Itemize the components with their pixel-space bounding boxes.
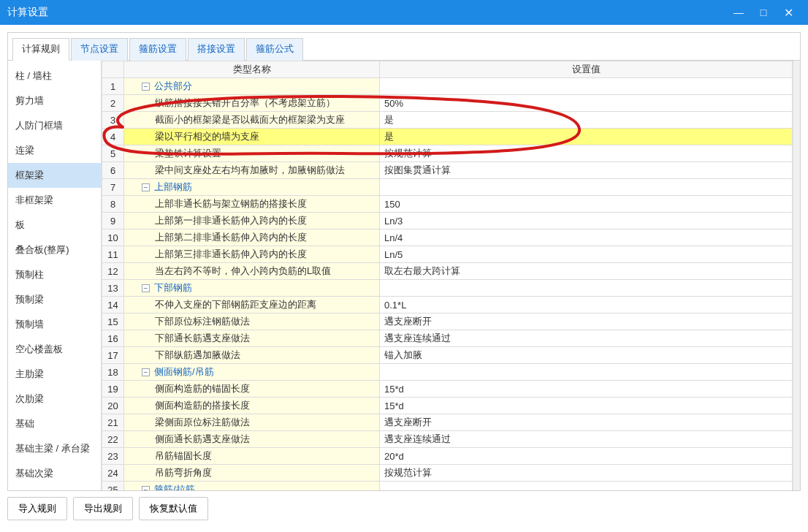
table-row[interactable]: 10上部第二排非通长筋伸入跨内的长度Ln/4 bbox=[102, 229, 793, 246]
table-row[interactable]: 7−上部钢筋 bbox=[102, 179, 793, 196]
row-value[interactable]: 15*d bbox=[380, 398, 793, 414]
collapse-toggle-icon[interactable]: − bbox=[142, 284, 150, 292]
row-value[interactable]: Ln/5 bbox=[380, 246, 793, 263]
sidebar-item-hollow-slab[interactable]: 空心楼盖板 bbox=[8, 337, 101, 362]
table-row[interactable]: 25−箍筋/拉筋 bbox=[102, 482, 793, 491]
sidebar-item-masonry[interactable]: 砌体结构 bbox=[8, 486, 101, 490]
maximize-button[interactable]: □ bbox=[751, 7, 776, 18]
collapse-toggle-icon[interactable]: − bbox=[142, 486, 150, 490]
tab-stirrup-formula[interactable]: 箍筋公式 bbox=[246, 38, 303, 61]
row-value[interactable]: 是 bbox=[380, 129, 793, 145]
table-row[interactable]: 12当左右跨不等时，伸入小跨内负筋的L取值取左右最大跨计算 bbox=[102, 263, 793, 280]
minimize-button[interactable]: — bbox=[726, 7, 751, 18]
table-row[interactable]: 9上部第一排非通长筋伸入跨内的长度Ln/3 bbox=[102, 213, 793, 229]
table-row[interactable]: 8上部非通长筋与架立钢筋的搭接长度150 bbox=[102, 196, 793, 213]
row-number: 25 bbox=[102, 482, 124, 491]
row-number: 9 bbox=[102, 213, 124, 229]
close-button[interactable]: ✕ bbox=[776, 6, 801, 20]
group-label: 下部钢筋 bbox=[154, 282, 192, 293]
sidebar-item-composite-slab[interactable]: 叠合板(整厚) bbox=[8, 238, 101, 262]
sidebar-item-shearwall[interactable]: 剪力墙 bbox=[8, 88, 101, 113]
row-type-name: −上部钢筋 bbox=[124, 179, 380, 196]
sidebar-item-nonframe-beam[interactable]: 非框架梁 bbox=[8, 188, 101, 213]
sidebar-item-precast-beam[interactable]: 预制梁 bbox=[8, 287, 101, 312]
tab-calc-rules[interactable]: 计算规则 bbox=[12, 38, 69, 61]
tab-node-set[interactable]: 节点设置 bbox=[71, 38, 128, 61]
export-rules-button[interactable]: 导出规则 bbox=[73, 497, 133, 520]
sidebar-item-column-wallcolumn[interactable]: 柱 / 墙柱 bbox=[8, 64, 101, 88]
sidebar-item-precast-column[interactable]: 预制柱 bbox=[8, 262, 101, 287]
row-number: 7 bbox=[102, 179, 124, 196]
rule-label: 吊筋锚固长度 bbox=[129, 449, 212, 463]
row-value[interactable]: Ln/4 bbox=[380, 229, 793, 246]
collapse-toggle-icon[interactable]: − bbox=[142, 183, 150, 191]
sidebar-item-coupling-beam[interactable]: 连梁 bbox=[8, 138, 101, 163]
table-row[interactable]: 13−下部钢筋 bbox=[102, 280, 793, 297]
table-row[interactable]: 18−侧面钢筋/吊筋 bbox=[102, 364, 793, 381]
sidebar-item-foundation-secondary-beam[interactable]: 基础次梁 bbox=[8, 461, 101, 486]
table-row[interactable]: 1−公共部分 bbox=[102, 78, 793, 95]
row-value[interactable]: 15*d bbox=[380, 381, 793, 398]
sidebar-item-main-rib-beam[interactable]: 主肋梁 bbox=[8, 362, 101, 387]
rule-label: 纵筋搭接接头错开百分率（不考虑架立筋） bbox=[129, 96, 335, 110]
row-value[interactable]: 锚入加腋 bbox=[380, 347, 793, 364]
table-row[interactable]: 19侧面构造筋的锚固长度15*d bbox=[102, 381, 793, 398]
import-rules-button[interactable]: 导入规则 bbox=[7, 497, 67, 520]
row-value[interactable]: 遇支座断开 bbox=[380, 314, 793, 330]
table-row[interactable]: 11上部第三排非通长筋伸入跨内的长度Ln/5 bbox=[102, 246, 793, 263]
row-value[interactable]: 按图集贯通计算 bbox=[380, 162, 793, 179]
row-value[interactable]: 取左右最大跨计算 bbox=[380, 263, 793, 280]
collapse-toggle-icon[interactable]: − bbox=[142, 368, 150, 376]
row-value[interactable]: 按规范计算 bbox=[380, 465, 793, 482]
rule-label: 截面小的框架梁是否以截面大的框架梁为支座 bbox=[129, 113, 345, 126]
row-number: 16 bbox=[102, 330, 124, 347]
sidebar-item-foundation-main-beam[interactable]: 基础主梁 / 承台梁 bbox=[8, 436, 101, 461]
grid-header-value: 设置值 bbox=[380, 61, 793, 78]
row-value[interactable]: 50% bbox=[380, 95, 793, 112]
rule-label: 吊筋弯折角度 bbox=[129, 466, 212, 479]
row-value[interactable]: 遇支座连续通过 bbox=[380, 431, 793, 448]
tab-stirrup-set[interactable]: 箍筋设置 bbox=[129, 38, 186, 61]
row-value bbox=[380, 364, 793, 381]
tab-lap-set[interactable]: 搭接设置 bbox=[188, 38, 245, 61]
sidebar-item-slab[interactable]: 板 bbox=[8, 213, 101, 238]
table-row[interactable]: 22侧面通长筋遇支座做法遇支座连续通过 bbox=[102, 431, 793, 448]
table-row[interactable]: 21梁侧面原位标注筋做法遇支座断开 bbox=[102, 414, 793, 431]
table-row[interactable]: 17下部纵筋遇加腋做法锚入加腋 bbox=[102, 347, 793, 364]
sidebar-item-civil-defense-wall[interactable]: 人防门框墙 bbox=[8, 113, 101, 138]
row-value[interactable]: 按规范计算 bbox=[380, 145, 793, 162]
table-row[interactable]: 16下部通长筋遇支座做法遇支座连续通过 bbox=[102, 330, 793, 347]
row-type-name: 侧面构造筋的搭接长度 bbox=[124, 398, 380, 414]
collapse-toggle-icon[interactable]: − bbox=[142, 83, 150, 91]
table-row[interactable]: 6梁中间支座处左右均有加腋时，加腋钢筋做法按图集贯通计算 bbox=[102, 162, 793, 179]
table-row[interactable]: 4梁以平行相交的墙为支座是 bbox=[102, 129, 793, 145]
row-type-name: 上部非通长筋与架立钢筋的搭接长度 bbox=[124, 196, 380, 213]
group-label: 上部钢筋 bbox=[154, 181, 192, 192]
sidebar-item-precast-wall[interactable]: 预制墙 bbox=[8, 312, 101, 337]
row-number: 18 bbox=[102, 364, 124, 381]
table-row[interactable]: 20侧面构造筋的搭接长度15*d bbox=[102, 398, 793, 414]
row-value[interactable]: Ln/3 bbox=[380, 213, 793, 229]
table-row[interactable]: 15下部原位标注钢筋做法遇支座断开 bbox=[102, 314, 793, 330]
row-value[interactable]: 0.1*L bbox=[380, 297, 793, 314]
row-number: 6 bbox=[102, 162, 124, 179]
restore-default-button[interactable]: 恢复默认值 bbox=[139, 497, 208, 520]
table-row[interactable]: 3截面小的框架梁是否以截面大的框架梁为支座是 bbox=[102, 112, 793, 129]
sidebar-item-frame-beam[interactable]: 框架梁 bbox=[8, 163, 101, 188]
row-value[interactable]: 20*d bbox=[380, 448, 793, 465]
table-row[interactable]: 23吊筋锚固长度20*d bbox=[102, 448, 793, 465]
group-label: 公共部分 bbox=[154, 80, 192, 91]
row-value[interactable]: 是 bbox=[380, 112, 793, 129]
sidebar-item-foundation[interactable]: 基础 bbox=[8, 411, 101, 436]
row-type-name: 梁侧面原位标注筋做法 bbox=[124, 414, 380, 431]
vertical-scrollbar[interactable] bbox=[793, 61, 800, 490]
table-row[interactable]: 2纵筋搭接接头错开百分率（不考虑架立筋）50% bbox=[102, 95, 793, 112]
sidebar-item-secondary-rib-beam[interactable]: 次肋梁 bbox=[8, 387, 101, 411]
row-value[interactable]: 遇支座连续通过 bbox=[380, 330, 793, 347]
row-value[interactable]: 150 bbox=[380, 196, 793, 213]
table-row[interactable]: 24吊筋弯折角度按规范计算 bbox=[102, 465, 793, 482]
row-value[interactable]: 遇支座断开 bbox=[380, 414, 793, 431]
row-number: 12 bbox=[102, 263, 124, 280]
table-row[interactable]: 5梁垫铁计算设置按规范计算 bbox=[102, 145, 793, 162]
table-row[interactable]: 14不伸入支座的下部钢筋距支座边的距离0.1*L bbox=[102, 297, 793, 314]
